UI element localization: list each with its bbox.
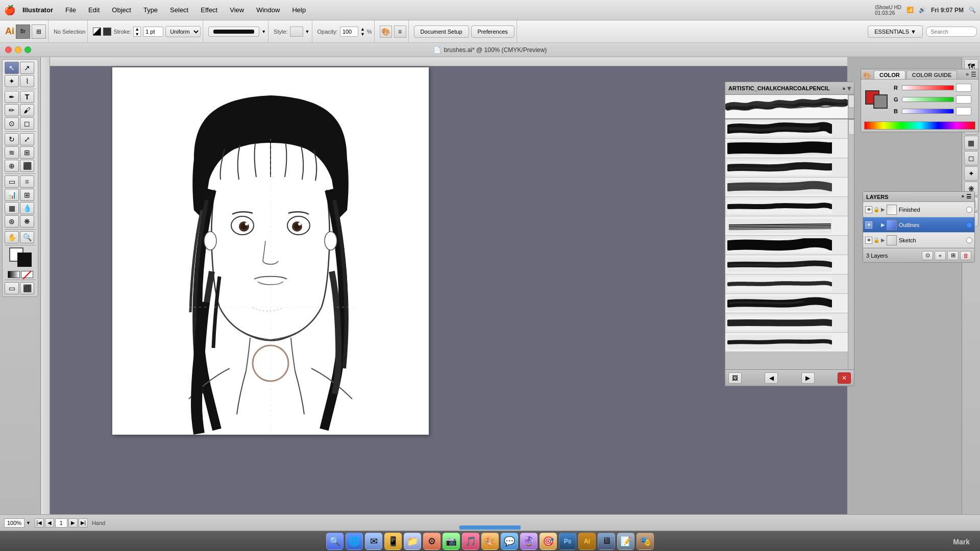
gradient-tool-swatch[interactable]: [8, 271, 20, 278]
dock-illustrator[interactable]: Ai: [578, 533, 596, 550]
style-chevron-icon[interactable]: ▼: [305, 29, 310, 34]
play-btn[interactable]: ◀: [765, 372, 778, 384]
menu-file[interactable]: File: [63, 5, 78, 15]
brush-preview-selector[interactable]: [208, 27, 259, 37]
hand-tool[interactable]: ✋: [5, 231, 19, 243]
apple-menu[interactable]: 🍎: [4, 5, 15, 16]
new-brush-from-selection-btn[interactable]: 🖼: [728, 372, 742, 384]
mesh-tool[interactable]: ⊞: [20, 189, 34, 201]
layer-visibility-sketch[interactable]: 👁: [865, 237, 872, 244]
menu-object[interactable]: Object: [110, 5, 133, 15]
b-slider[interactable]: [902, 109, 954, 114]
expand-icon[interactable]: »: [966, 71, 969, 78]
paintbrush-tool[interactable]: 🖌: [20, 104, 34, 116]
menu-effect[interactable]: Effect: [199, 5, 219, 15]
delete-layer-btn[interactable]: 🗑: [960, 251, 971, 260]
layer-item-finished[interactable]: 👁 🔒 ▶ Finished: [863, 202, 974, 217]
color-spectrum[interactable]: [864, 121, 975, 130]
brush-item-9[interactable]: [725, 274, 854, 294]
stroke-swatch[interactable]: [17, 253, 32, 267]
stroke-weight-btn[interactable]: ▲▼: [133, 27, 141, 37]
scroll-indicator[interactable]: [439, 524, 541, 531]
minimize-button[interactable]: [15, 46, 21, 53]
brush-item-8[interactable]: [725, 255, 854, 274]
brush-item-12[interactable]: [725, 333, 854, 352]
layer-expand-outlines[interactable]: ▶: [881, 222, 885, 228]
brush-list[interactable]: [725, 119, 854, 369]
brush-item-11[interactable]: [725, 313, 854, 333]
free-transform-tool[interactable]: ⊞: [20, 146, 34, 159]
color-guide-tab[interactable]: COLOR GUIDE: [906, 70, 958, 79]
transparency-btn[interactable]: ◻: [964, 151, 978, 165]
color-tab[interactable]: COLOR: [874, 70, 905, 79]
recolor-btn[interactable]: 🎨: [380, 26, 392, 38]
dock-safari[interactable]: 🌐: [346, 533, 363, 550]
normal-view-btn[interactable]: ▭: [5, 282, 19, 294]
direct-selection-tool[interactable]: ↗: [20, 62, 34, 74]
rotate-tool[interactable]: ↻: [5, 133, 19, 145]
brush-item-6[interactable]: [725, 216, 854, 236]
dock-app4[interactable]: 📷: [443, 533, 460, 550]
zoom-tool[interactable]: 🔍: [20, 231, 34, 243]
layers-menu-icon[interactable]: ☰: [966, 193, 971, 200]
artboard[interactable]: [112, 67, 429, 435]
page-number-input[interactable]: [55, 518, 67, 528]
nav-next-btn[interactable]: ▶: [68, 518, 78, 528]
menu-edit[interactable]: Edit: [86, 5, 102, 15]
panel-menu-icon[interactable]: ☰: [971, 71, 976, 78]
zoom-input[interactable]: [4, 518, 24, 528]
brush-item-7[interactable]: [725, 236, 854, 255]
lasso-tool[interactable]: ⌇: [20, 75, 34, 87]
background-swatch[interactable]: [873, 94, 888, 109]
scale-tool[interactable]: ⤢: [20, 133, 34, 145]
opacity-input[interactable]: [340, 27, 358, 37]
brush-item-3[interactable]: [725, 158, 854, 178]
stroke-weight-input[interactable]: [143, 27, 163, 37]
zoom-dropdown-icon[interactable]: ▼: [26, 520, 31, 525]
dock-app8[interactable]: 🎯: [540, 533, 557, 550]
search-icon[interactable]: 🔍: [969, 7, 976, 13]
menu-select[interactable]: Select: [168, 5, 190, 15]
text-tool[interactable]: T: [20, 91, 34, 103]
nav-first-btn[interactable]: |◀: [35, 518, 44, 528]
chevron-down-icon[interactable]: ▼: [261, 29, 266, 34]
layer-target-outlines[interactable]: [966, 222, 972, 228]
brush-item-4[interactable]: [725, 178, 854, 197]
nav-prev-btn[interactable]: ◀: [45, 518, 54, 528]
selection-tool[interactable]: ↖: [5, 62, 19, 74]
layer-expand-sketch[interactable]: ▶: [881, 237, 885, 243]
dock-app7[interactable]: 🔮: [520, 533, 537, 550]
appearance-btn[interactable]: ✦: [964, 166, 978, 181]
menu-window[interactable]: Window: [254, 5, 282, 15]
essentials-button[interactable]: ESSENTIALS ▼: [868, 26, 923, 38]
pen-tool[interactable]: ✒: [5, 91, 19, 103]
dock-finder[interactable]: 🔍: [326, 533, 344, 550]
make-clipping-mask-btn[interactable]: ⊙: [922, 251, 933, 260]
eyedropper-tool[interactable]: 💧: [20, 202, 34, 214]
layer-expand-finished[interactable]: ▶: [881, 207, 885, 212]
brushes-scrollbar[interactable]: [848, 95, 854, 118]
full-screen-btn[interactable]: ⬛: [20, 282, 34, 294]
select-similar-btn[interactable]: ≡: [394, 26, 406, 38]
dock-app9[interactable]: 🖥: [598, 533, 615, 550]
menu-type[interactable]: Type: [141, 5, 160, 15]
symbol-sprayer-tool[interactable]: ❋: [20, 215, 34, 228]
opacity-stepper[interactable]: ▲▼: [360, 27, 365, 37]
layer-lock-sketch[interactable]: 🔒: [873, 237, 879, 243]
dock-itunes[interactable]: 🎵: [462, 533, 479, 550]
brush-item-1[interactable]: [725, 119, 854, 139]
play-forward-btn[interactable]: ▶: [801, 372, 815, 384]
brush-list-scrollbar[interactable]: [848, 119, 854, 369]
blob-brush-tool[interactable]: ⊙: [5, 117, 19, 130]
gradient-panel-btn[interactable]: ▦: [964, 136, 978, 150]
dock-photoshop[interactable]: Ps: [559, 533, 576, 550]
layer-item-outlines[interactable]: 👁 ▶ Outlines: [863, 217, 974, 233]
menu-view[interactable]: View: [228, 5, 246, 15]
column-graph-tool[interactable]: 📊: [5, 189, 19, 201]
warp-tool[interactable]: ≋: [5, 146, 19, 159]
layer-target-sketch[interactable]: [966, 237, 972, 243]
slice-tool[interactable]: ⌗: [20, 176, 34, 188]
dock-app10[interactable]: 📝: [617, 533, 634, 550]
brush-item-5[interactable]: [725, 197, 854, 216]
fill-color-swatch[interactable]: [103, 28, 111, 36]
